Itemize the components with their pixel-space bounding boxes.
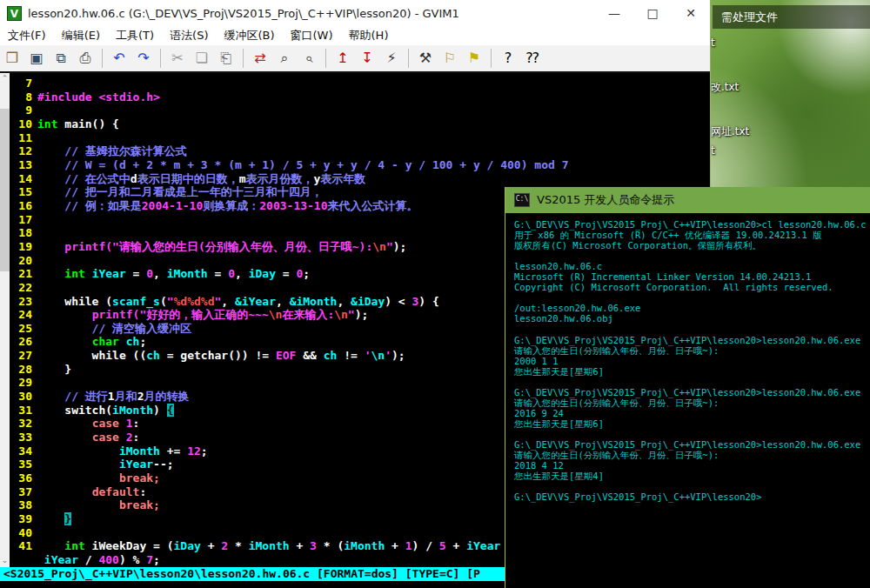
console-line [514,324,870,334]
scrollbar-down-arrow-icon[interactable]: ⌄ [0,555,10,565]
menu-item[interactable]: 编辑(E) [54,26,108,45]
menu-item[interactable]: 缓冲区(B) [216,26,282,45]
desktop-icon-label[interactable]: 网址.txt [711,124,749,139]
line-number: 25 [10,322,32,336]
menu-item[interactable]: 工具(T) [108,26,162,45]
copy-icon[interactable]: ❏ [191,47,213,70]
desktop-icon-label[interactable]: 改.txt [711,80,739,95]
console-window: C:\ VS2015 开发人员命令提示 G:\_DEV\VS_Proj\VS20… [505,187,870,588]
line-number: 24 [10,308,32,322]
line-number: 20 [10,254,32,268]
close-button[interactable]: ✕ [672,1,710,25]
redo-icon[interactable]: ↷ [132,47,155,70]
code-line: 14 // 在公式中d表示日期中的日数，m表示月份数，y表示年数 [10,172,710,186]
print-icon[interactable]: ⎙ [74,47,97,70]
console-line: /out:lesson20.hw.06.exe [514,303,870,313]
console-line: 用于 x86 的 Microsoft (R) C/C++ 优化编译器 19.00… [514,230,870,240]
find-replace-icon[interactable]: ⇄ [249,47,271,70]
console-output[interactable]: G:\_DEV\VS_Proj\VS2015_Proj\_C++VIP\less… [505,213,870,588]
line-number: 22 [10,281,32,295]
scrollbar-thumb[interactable] [0,109,10,271]
menu-item[interactable]: 文件(F) [0,26,54,45]
line-number: 21 [10,267,32,281]
code-line: 9 [10,104,710,117]
save-all-icon[interactable]: ⧉ [50,47,72,70]
line-number: 39 [10,512,32,526]
save-session-icon[interactable]: ↧ [356,47,378,70]
line-number: 23 [10,295,32,309]
console-line: 版权所有(C) Microsoft Corporation。保留所有权利。 [514,240,870,251]
console-line: G:\_DEV\VS_Proj\VS2015_Proj\_C++VIP\less… [514,219,870,230]
console-line [514,481,870,491]
line-number: 14 [10,172,32,186]
code-line: 11 [10,131,710,145]
make-icon[interactable]: ⚒ [414,47,437,70]
undo-icon[interactable]: ↶ [108,47,130,70]
desktop-fence-label: 需处理文件 [713,5,870,29]
console-titlebar: C:\ VS2015 开发人员命令提示 [505,187,870,213]
menu-item[interactable]: 帮助(H) [341,26,397,45]
console-line: 2000 1 1 [514,356,870,366]
vim-logo-icon: V [7,6,22,21]
load-session-icon[interactable]: ↥ [331,47,354,70]
screen: 需处理文件 t改.txt网址.txtt V lesson20.hw.06.c (… [0,0,870,588]
line-number: 10 [10,117,32,131]
line-number: 15 [10,185,32,199]
code-line: 8#include <stdio.h> [10,90,710,104]
console-line: 您出生那天是[星期6] [514,366,870,377]
line-number: 8 [10,90,32,104]
toolbar-separator [325,49,326,68]
open-file-icon[interactable]: ❒ [1,47,23,70]
vertical-scrollbar[interactable]: ⌃ ⌄ [0,73,10,567]
line-number: 41 [10,539,32,553]
line-number: 38 [10,498,32,512]
console-title: VS2015 开发人员命令提示 [537,192,674,208]
desktop-icon-label[interactable]: t [711,37,715,49]
console-line: 请输入您的生日(分别输入年份、月份、日子哦~): [514,450,870,460]
code-line: 10int main() { [10,117,710,131]
scrollbar-up-arrow-icon[interactable]: ⌃ [0,73,10,84]
gvim-titlebar: V lesson20.hw.06.c (G:\_DEV\VS_Proj\VS20… [0,0,710,26]
toolbar-separator [102,49,103,68]
console-line: G:\_DEV\VS_Proj\VS2015_Proj\_C++VIP\less… [514,439,870,450]
console-line: G:\_DEV\VS_Proj\VS2015_Proj\_C++VIP\less… [514,335,870,345]
find-prev-icon[interactable]: ⌕ [298,47,320,70]
console-line [514,429,870,439]
line-number: 28 [10,363,32,377]
cut-icon[interactable]: ✂ [166,47,189,70]
desktop-icon-label[interactable]: t [711,144,715,157]
console-line: 2018 4 12 [514,460,870,471]
toolbar-separator [491,49,492,68]
console-line [514,292,870,303]
save-file-icon[interactable]: ▣ [25,47,48,70]
paste-icon[interactable]: ⎗ [215,47,238,70]
line-number: 13 [10,158,32,172]
console-line [514,251,870,261]
line-number: 27 [10,349,32,363]
toolbar-separator [160,49,161,68]
menu-item[interactable]: 窗口(W) [283,26,341,45]
line-number: 40 [10,526,32,540]
run-script-icon[interactable]: ⚡ [380,47,403,70]
console-line: 您出生那天是[星期4] [514,471,870,481]
menu-item[interactable]: 语法(S) [162,26,216,45]
line-number: 9 [10,104,32,117]
help-icon[interactable]: ? [497,47,519,70]
line-number: 7 [10,77,32,90]
jump-tag-icon[interactable]: ⚑ [463,47,485,70]
line-number: 29 [10,376,32,390]
code-line: 13 // W = (d + 2 * m + 3 * (m + 1) / 5 +… [10,158,710,172]
console-line: 您出生那天是[星期6] [514,418,870,429]
console-line: Copyright (C) Microsoft Corporation. All… [514,282,870,292]
line-number: 32 [10,417,32,431]
build-tags-icon[interactable]: ⚐ [438,47,461,70]
maximize-button[interactable]: □ [633,1,672,25]
minimize-button[interactable]: — [595,1,633,25]
line-number: 18 [10,226,32,240]
toolbar-separator [408,49,409,68]
find-help-icon[interactable]: ⁇ [521,47,544,70]
code-line: 7 [10,77,710,90]
line-number: 33 [10,431,32,444]
find-next-icon[interactable]: ⌕ [273,47,296,70]
line-number: 16 [10,199,32,213]
